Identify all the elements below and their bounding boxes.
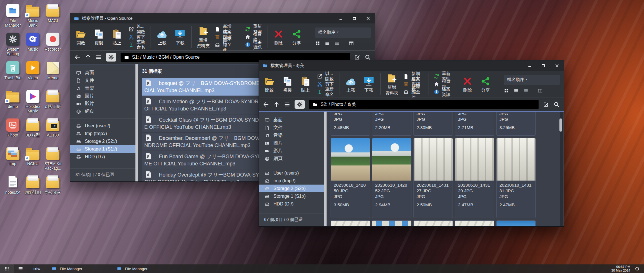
sidebar-place-doc[interactable]: 文件 <box>259 124 324 132</box>
up-button[interactable] <box>273 101 280 108</box>
desktop-icon-demo[interactable]: demo <box>3 90 23 118</box>
sidebar-device-4[interactable]: HDD (D:/) <box>70 153 135 161</box>
desktop-icon-music[interactable]: Music <box>23 33 43 61</box>
grid-scrollbar-thumb[interactable] <box>559 118 562 132</box>
photo-card[interactable]: JPGJPG2.48MB <box>331 112 370 136</box>
tray-ring-icon[interactable] <box>635 266 639 271</box>
back-button[interactable] <box>263 101 269 108</box>
view-list-button[interactable] <box>325 41 330 46</box>
sidebar-device-3[interactable]: Storage 1 (S1:/) <box>259 192 324 200</box>
paste-button[interactable]: 貼上 <box>110 29 123 45</box>
download-button[interactable]: 下載 <box>173 29 187 45</box>
desktop-icon-photo[interactable]: Photo <box>3 118 23 147</box>
settings-gear-button[interactable] <box>295 100 305 109</box>
delete-button[interactable]: 刪除 <box>272 29 285 45</box>
up-button[interactable] <box>85 54 91 60</box>
menu-button[interactable] <box>284 101 290 108</box>
photo-card[interactable]: 20230618_143131.JPGJPG2.47MB <box>496 138 536 218</box>
extract-here-button[interactable]: 解壓縮至此 <box>403 89 423 95</box>
file-info-button[interactable]: 檔案資訊 <box>245 42 262 48</box>
sidebar-device-4[interactable]: HDD (D:/) <box>259 200 324 208</box>
desktop-icon-video[interactable]: Video <box>23 61 43 90</box>
sidebar-place-monitor[interactable]: 桌面 <box>259 116 324 124</box>
desktop-icon-holodex-music[interactable]: Holodex Music <box>23 90 43 118</box>
new-folder-button[interactable]: 新增資料夾 <box>385 73 398 95</box>
dual-pane-button[interactable] <box>349 41 354 46</box>
sidebar-place-cam[interactable]: 影片 <box>259 147 324 155</box>
sidebar-place-cam[interactable]: 影片 <box>70 100 135 108</box>
close-button[interactable] <box>361 13 375 23</box>
sidebar-place-image[interactable]: 圖片 <box>259 139 324 147</box>
path-field[interactable]: S2: / Photo / 奇美 <box>309 100 539 109</box>
photo-card[interactable]: 20230618_143129.JPGJPG2.47MB <box>455 138 494 218</box>
photo-card[interactable] <box>413 220 453 226</box>
desktop-icon-v1-130[interactable]: v1.130 <box>43 118 63 147</box>
photo-card[interactable]: JPGJPG2.20MB <box>372 112 411 136</box>
sidebar-device-0[interactable]: User (user:/) <box>70 122 135 130</box>
share-button[interactable]: 分享 <box>479 76 492 92</box>
file-row[interactable]: Cocktail Glass @ フリーBGM DOVA-SYNDROME OF… <box>142 114 276 132</box>
new-folder-button[interactable]: 新增資料夾 <box>197 26 210 48</box>
sidebar-place-doc[interactable]: 文件 <box>70 77 135 84</box>
sidebar-place-globe[interactable]: 網頁 <box>70 108 135 115</box>
desktop-icon-學校分享[interactable]: 學校分享 <box>43 176 63 204</box>
desktop-icon-recorder[interactable]: Recorder <box>43 33 63 61</box>
sidebar-device-1[interactable]: tmp (tmp:/) <box>259 177 324 185</box>
download-button[interactable]: 下載 <box>362 76 375 92</box>
desktop-icon-trash-bin[interactable]: Trash Bin <box>3 61 23 90</box>
open-with-button[interactable]: 以...開啟 <box>128 26 146 32</box>
photo-card[interactable]: JPGJPG3.25MB <box>496 112 536 136</box>
desktop-icon-notes-txt[interactable]: notes.txt <box>3 176 23 204</box>
search-button[interactable] <box>365 54 371 60</box>
sidebar-place-globe[interactable]: 網頁 <box>259 155 324 163</box>
photo-card[interactable]: JPGJPG2.30MB <box>413 112 453 136</box>
sidebar-place-image[interactable]: 圖片 <box>70 92 135 100</box>
view-detail-button[interactable] <box>334 41 340 46</box>
sidebar-place-note[interactable]: 音樂 <box>70 84 135 92</box>
open-with-button[interactable]: 以...開啟 <box>317 74 334 80</box>
taskbar-menu-button[interactable] <box>14 264 27 273</box>
sort-order-dropdown[interactable]: 檔名順序 <box>315 27 371 38</box>
file-row[interactable]: Fun Board Game @ フリーBGM DOVA-SYNDROME OF… <box>142 151 276 169</box>
photo-card[interactable]: JPGJPG2.71MB <box>455 112 494 136</box>
maximize-button[interactable] <box>347 13 361 23</box>
file-row[interactable]: December, December! @ フリーBGM DOVA-SYNDRO… <box>142 133 276 151</box>
maximize-button[interactable] <box>536 60 550 71</box>
paste-button[interactable]: 貼上 <box>299 76 312 92</box>
photo-card[interactable]: 20230618_143127.JPGJPG2.50MB <box>413 138 453 218</box>
search-button[interactable] <box>553 101 560 108</box>
file-row[interactable]: Holiday Overslept @ フリーBGM DOVA-SYNDROME… <box>142 169 276 181</box>
delete-button[interactable]: 刪除 <box>461 76 474 92</box>
desktop-icon-tmp[interactable]: tmp <box>3 147 23 176</box>
sidebar-place-note[interactable]: 音樂 <box>259 132 324 139</box>
desktop-icon-file-manager[interactable]: File Manager <box>3 4 23 33</box>
desktop-icon-創客工廠[interactable]: 創客工廠 <box>43 90 63 118</box>
settings-gear-button[interactable] <box>106 53 116 62</box>
dual-pane-button[interactable] <box>537 88 543 93</box>
photo-card[interactable] <box>372 220 411 226</box>
taskbar-clock[interactable]: 06:37 PM30 May 2024 <box>611 265 631 272</box>
view-grid-button[interactable] <box>315 41 320 46</box>
sidebar-device-3[interactable]: Storage 1 (S1:/) <box>70 145 135 153</box>
menu-button[interactable] <box>95 54 102 60</box>
sidebar-device-1[interactable]: tmp (tmp:/) <box>70 130 135 137</box>
view-detail-button[interactable] <box>523 88 529 93</box>
file-row[interactable]: Calm Motion @ フリーBGM DOVA-SYNDROME OFFIC… <box>142 96 276 114</box>
edit-path-button[interactable] <box>543 101 549 108</box>
photo-card[interactable] <box>496 220 536 226</box>
rename-button[interactable]: 重新命名 <box>317 89 334 95</box>
sidebar-device-2[interactable]: Storage 2 (S2:/) <box>70 137 135 145</box>
file-info-button[interactable]: 檔案資訊 <box>434 89 451 95</box>
minimize-button[interactable] <box>523 60 536 71</box>
copy-button[interactable]: 複製 <box>92 29 105 45</box>
upload-button[interactable]: 上載 <box>344 76 357 92</box>
back-button[interactable] <box>74 54 81 60</box>
taskbar-task-1[interactable]: File Manager <box>113 264 178 273</box>
photo-card[interactable]: 20230618_142850.JPGJPG3.50MB <box>331 138 370 218</box>
desktop-icon-memo[interactable]: Memo <box>43 61 63 90</box>
sidebar-device-2[interactable]: Storage 2 (S2:/) <box>259 185 324 192</box>
minimize-button[interactable] <box>334 13 347 23</box>
taskbar-task-0[interactable]: File Manager <box>48 264 113 273</box>
close-button[interactable] <box>550 60 564 71</box>
open-button[interactable]: 開啟 <box>74 29 87 45</box>
